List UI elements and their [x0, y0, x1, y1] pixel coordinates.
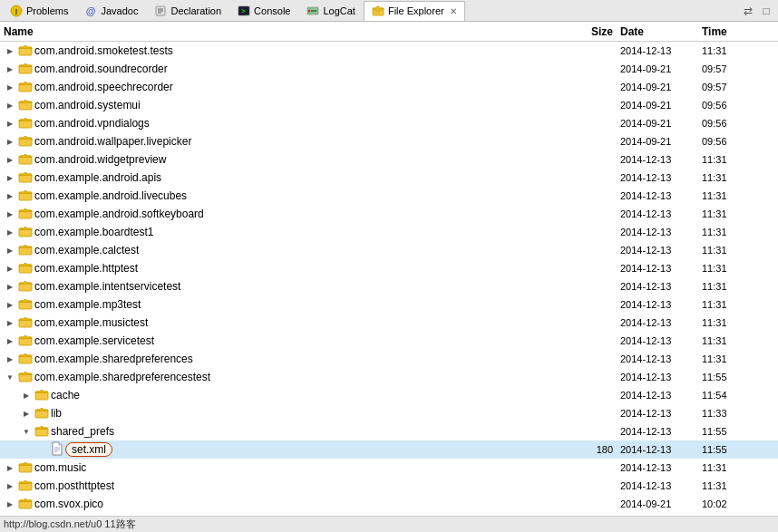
file-row[interactable]: ▶ com.android.wallpaper.livepicker2014-0… [0, 132, 778, 150]
declaration-icon [154, 5, 167, 17]
folder-icon [18, 370, 33, 385]
file-row[interactable]: ▶ com.example.mp3test2014-12-1311:31 [0, 295, 778, 314]
expander-icon[interactable]: ▶ [4, 280, 16, 293]
file-cell-name: ▶ com.example.android.livecubes [4, 189, 566, 204]
file-cell-name: ▶ com.music [4, 460, 566, 476]
file-name-label: com.music [34, 461, 86, 474]
file-row[interactable]: ▶ com.android.vpndialogs2014-09-2109:56 [0, 114, 778, 132]
expander-icon[interactable]: ▶ [4, 63, 16, 75]
tab-problems[interactable]: ! Problems [2, 1, 76, 21]
expander-icon[interactable]: ▶ [4, 353, 16, 365]
file-cell-date: 2014-09-21 [620, 100, 702, 111]
folder-icon [34, 424, 49, 440]
expander-icon[interactable]: ▼ [4, 371, 16, 383]
file-cell-name: ▶ com.example.android.apis [4, 170, 566, 186]
expander-icon[interactable]: ▶ [4, 498, 16, 510]
expander-icon[interactable]: ▶ [4, 189, 16, 202]
folder-icon [18, 352, 33, 367]
file-row[interactable]: ▶ com.android.widgetpreview2014-12-1311:… [0, 150, 778, 169]
svg-text:@: @ [86, 5, 96, 16]
file-cell-time: 11:55 [702, 372, 774, 382]
file-row[interactable]: ▶ com.android.smoketest.tests2014-12-131… [0, 42, 778, 60]
file-row[interactable]: ▶ com.example.calctest2014-12-1311:31 [0, 241, 778, 259]
file-row[interactable]: ▶ com.example.musictest2014-12-1311:31 [0, 314, 778, 332]
folder-icon [18, 279, 33, 295]
file-name-label: cache [51, 389, 80, 401]
file-row[interactable]: ▶ com.svox.pico2014-09-2110:02 [0, 495, 778, 513]
expander-icon[interactable]: ▶ [4, 44, 16, 57]
expander-icon[interactable]: ▶ [4, 298, 16, 311]
expander-icon[interactable]: ▶ [4, 334, 16, 347]
file-cell-date: 2014-12-13 [620, 462, 702, 473]
col-header-date: Date [620, 25, 702, 38]
tab-declaration[interactable]: Declaration [146, 1, 229, 21]
expander-icon[interactable]: ▶ [4, 135, 16, 148]
file-cell-date: 2014-09-21 [620, 63, 702, 74]
expander-icon[interactable]: ▶ [4, 171, 16, 184]
expander-icon[interactable]: ▼ [20, 425, 33, 438]
file-cell-date: 2014-12-13 [620, 154, 702, 165]
expander-icon[interactable]: ▶ [4, 461, 16, 474]
tab-logcat[interactable]: LogCat [298, 1, 363, 21]
folder-icon [18, 297, 33, 313]
file-row[interactable]: ▶ com.example.boardtest12014-12-1311:31 [0, 223, 778, 241]
expander-icon[interactable]: ▶ [20, 407, 33, 420]
file-row[interactable]: ▶ com.android.speechrecorder2014-09-2109… [0, 78, 778, 96]
javadoc-icon: @ [84, 5, 97, 17]
file-cell-name: ▶ com.android.soundrecorder [4, 62, 566, 77]
file-row[interactable]: ▶ com.android.systemui2014-09-2109:56 [0, 96, 778, 114]
file-cell-name: ▶ com.example.calctest [4, 243, 566, 258]
file-cell-time: 11:55 [702, 444, 774, 455]
tab-fileexplorer[interactable]: File Explorer ✕ [364, 1, 465, 21]
maximize-button[interactable]: □ [758, 3, 774, 19]
expander-icon[interactable]: ▶ [4, 117, 16, 130]
file-row[interactable]: ▼ shared_prefs2014-12-1311:55 [0, 422, 778, 440]
file-cell-date: 2014-12-13 [620, 245, 702, 256]
file-row[interactable]: ▶ com.posthttptest2014-12-1311:31 [0, 477, 778, 495]
file-row[interactable]: ▶ com.example.servicetest2014-12-1311:31 [0, 332, 778, 350]
file-row[interactable]: ▶ com.android.soundrecorder2014-09-2109:… [0, 60, 778, 78]
file-row[interactable]: ▶ com.example.intentservicetest2014-12-1… [0, 277, 778, 295]
expander-icon[interactable]: ▶ [4, 153, 16, 166]
expander-icon[interactable]: ▶ [4, 479, 16, 492]
file-cell-name: ▶ com.posthttptest [4, 479, 566, 494]
file-cell-date: 2014-12-13 [620, 172, 702, 183]
file-name-label: com.example.android.livecubes [34, 189, 187, 202]
file-row[interactable]: set.xml1802014-12-1311:55 [0, 440, 778, 459]
expander-icon[interactable]: ▶ [20, 389, 33, 401]
file-row[interactable]: ▶ cache2014-12-1311:54 [0, 386, 778, 404]
file-row[interactable]: ▶ com.example.android.livecubes2014-12-1… [0, 187, 778, 205]
file-row[interactable]: ▶ com.music2014-12-1311:31 [0, 459, 778, 477]
tab-close-x[interactable]: ✕ [450, 6, 457, 16]
file-name-label: com.example.sharedpreferences [34, 353, 193, 365]
file-cell-name: set.xml [4, 441, 566, 459]
file-cell-date: 2014-12-13 [620, 263, 702, 274]
file-row[interactable]: ▶ com.example.httptest2014-12-1311:31 [0, 259, 778, 277]
file-cell-date: 2014-12-13 [620, 208, 702, 219]
expander-icon[interactable]: ▶ [4, 226, 16, 238]
file-row[interactable]: ▶ com.example.android.apis2014-12-1311:3… [0, 169, 778, 187]
expander-icon[interactable]: ▶ [4, 99, 16, 111]
expander-icon[interactable]: ▶ [4, 244, 16, 256]
expander-icon[interactable]: ▶ [4, 262, 16, 275]
tab-javadoc[interactable]: @ Javadoc [76, 1, 146, 21]
logcat-icon [306, 5, 319, 17]
file-cell-name: ▶ com.android.smoketest.tests [4, 44, 566, 59]
tab-console[interactable]: >_ Console [229, 1, 298, 21]
file-row[interactable]: ▼ com.example.sharedpreferencestest2014-… [0, 368, 778, 386]
folder-icon [18, 152, 33, 168]
expander-icon[interactable]: ▶ [4, 81, 16, 93]
minimize-button[interactable]: ⇄ [740, 3, 756, 19]
file-row[interactable]: ▶ lib2014-12-1311:33 [0, 404, 778, 422]
file-cell-name: ▶ com.example.boardtest1 [4, 225, 566, 240]
file-cell-size: 180 [566, 444, 620, 455]
file-name-label: lib [51, 407, 62, 420]
status-bar: http://blog.csdn.net/u0 11路客 [0, 516, 778, 532]
file-cell-date: 2014-12-13 [620, 444, 702, 455]
expander-icon[interactable]: ▶ [4, 316, 16, 329]
expander-icon[interactable]: ▶ [4, 208, 16, 220]
file-row[interactable]: ▶ com.example.sharedpreferences2014-12-1… [0, 350, 778, 368]
file-cell-name: ▶ cache [4, 388, 566, 403]
col-header-name: Name [4, 25, 566, 38]
file-row[interactable]: ▶ com.example.android.softkeyboard2014-1… [0, 205, 778, 223]
